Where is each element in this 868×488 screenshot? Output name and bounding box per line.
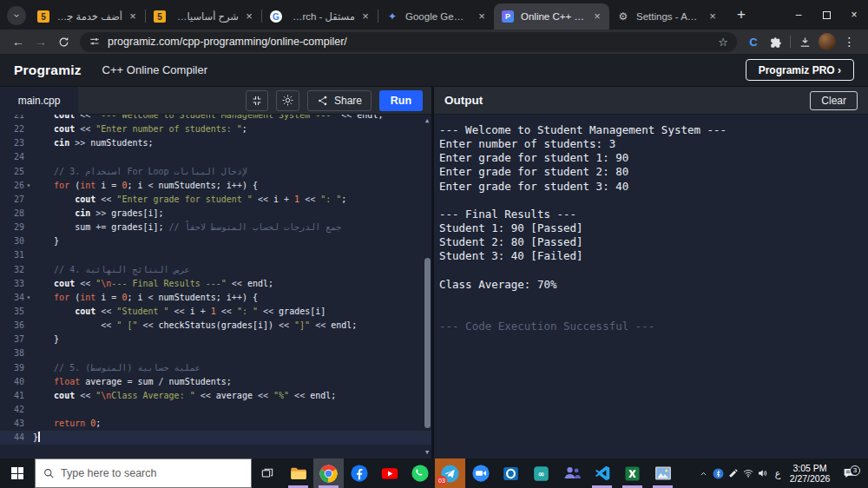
taskbar-app-zoom[interactable] (465, 458, 496, 488)
taskbar-app-teams[interactable] (556, 458, 587, 488)
khamsat-favicon-icon: 5 (153, 10, 167, 23)
code-line-35[interactable]: 35 cout << "Student " << i + 1 << ": " <… (0, 305, 431, 319)
clock[interactable]: 3:05 PM 2/27/2026 (786, 463, 834, 484)
omnibox[interactable]: programiz.com/cpp-programming/online-com… (80, 32, 737, 52)
code-line-42[interactable]: 42 (0, 403, 431, 417)
browser-tab-2[interactable]: 5شرح أساسيات البرمجة× (146, 3, 261, 30)
gutter-spacer (24, 333, 33, 346)
browser-tab-4[interactable]: ✦Google Gemini× (378, 3, 494, 30)
code-line-36[interactable]: 36 << " [" << checkStatus(grades[i]) << … (0, 319, 431, 333)
code-line-28[interactable]: 28 cin >> grades[i]; (0, 207, 431, 221)
fold-caret-icon[interactable]: ▾ (24, 179, 33, 193)
language-indicator[interactable]: ع (770, 468, 786, 479)
browser-tab-5[interactable]: POnline C++ Compiler× (494, 3, 609, 30)
taskbar-app-file-explorer[interactable] (283, 458, 313, 488)
back-button[interactable]: ← (7, 31, 30, 52)
code-line-34[interactable]: 34▾ for (int i = 0; i < numStudents; i++… (0, 291, 431, 305)
code-line-39[interactable]: 39 // 5. عملية حسابية (المتوسط) (0, 361, 431, 375)
action-center-button[interactable]: 3 (834, 466, 864, 480)
code-line-22[interactable]: 22 cout << "Enter number of students: "; (0, 122, 431, 136)
taskbar-app-youtube[interactable] (374, 458, 404, 488)
editor-scrollbar[interactable]: ▲ ▼ (423, 115, 431, 458)
programiz-pro-button[interactable]: Programiz PRO › (746, 59, 854, 81)
tab-close-icon[interactable]: × (358, 10, 372, 23)
fold-caret-icon[interactable]: ▾ (24, 291, 33, 305)
start-button[interactable] (0, 458, 35, 488)
scroll-up-icon[interactable]: ▲ (424, 117, 431, 124)
tab-close-icon[interactable]: × (126, 10, 140, 23)
forward-button[interactable]: → (30, 31, 52, 52)
taskbar-search[interactable] (35, 458, 252, 488)
code-line-44[interactable]: 44} (0, 431, 431, 445)
taskbar-app-telegram[interactable]: 03 (435, 458, 465, 488)
browser-tab-3[interactable]: Gمستقل - Google Search× (262, 3, 378, 30)
taskbar-app-chrome[interactable] (313, 458, 344, 488)
code-line-37[interactable]: 37 } (0, 333, 431, 346)
browser-tab-1[interactable]: 5أضف خدمة جديدة - خ× (30, 3, 145, 30)
pen-device-button[interactable] (726, 468, 740, 478)
scrollbar-thumb[interactable] (424, 258, 431, 428)
code-line-24[interactable]: 24 (0, 150, 431, 164)
tab-close-icon[interactable]: × (590, 10, 604, 23)
url-text[interactable]: programiz.com/cpp-programming/online-com… (108, 36, 716, 48)
tray-chevron-button[interactable] (696, 469, 711, 478)
clear-button[interactable]: Clear (810, 91, 858, 110)
fullscreen-button[interactable] (246, 90, 268, 111)
code-editor[interactable]: 21 cout << "--- Welcome to Student Manag… (0, 115, 431, 458)
bluetooth-button[interactable] (711, 468, 726, 479)
reload-button[interactable] (52, 31, 75, 52)
minimize-button[interactable]: – (785, 0, 812, 30)
file-tab-main-cpp[interactable]: main.cpp (0, 87, 78, 115)
share-button[interactable]: Share (307, 90, 372, 111)
tab-close-icon[interactable]: × (706, 10, 720, 23)
code-line-29[interactable]: 29 sum += grades[i]; // جمع الدرجات لحسا… (0, 221, 431, 234)
extensions-button[interactable] (765, 31, 787, 52)
tab-close-icon[interactable]: × (475, 10, 489, 23)
maximize-button[interactable] (812, 0, 840, 30)
taskbar-apps: 03∞ (283, 458, 678, 488)
c-extension-button[interactable]: C (742, 31, 765, 52)
taskbar-app-infinity-app[interactable]: ∞ (526, 458, 556, 488)
code-line-23[interactable]: 23 cin >> numStudents; (0, 136, 431, 150)
code-line-31[interactable]: 31 (0, 248, 431, 262)
code-text: << " [" << checkStatus(grades[i]) << "]"… (33, 319, 357, 333)
code-line-43[interactable]: 43 return 0; (0, 417, 431, 431)
code-line-38[interactable]: 38 (0, 346, 431, 360)
programiz-logo[interactable]: Programiz (14, 63, 82, 78)
bookmark-star-icon[interactable]: ☆ (716, 36, 730, 49)
code-text: } (33, 333, 59, 346)
profile-button[interactable] (816, 31, 838, 52)
taskbar-app-excel[interactable] (617, 458, 648, 488)
code-line-25[interactable]: 25 // 3. استخدام For Loop لإدخال البيانا… (0, 165, 431, 179)
code-line-21[interactable]: 21 cout << "--- Welcome to Student Manag… (0, 115, 431, 122)
code-line-40[interactable]: 40 float average = sum / numStudents; (0, 375, 431, 389)
code-line-26[interactable]: 26▾ for (int i = 0; i < numStudents; i++… (0, 179, 431, 193)
new-tab-button[interactable]: + (730, 3, 753, 26)
theme-toggle-button[interactable] (276, 90, 299, 111)
close-button[interactable]: × (840, 0, 868, 30)
taskbar-app-facebook[interactable] (344, 458, 374, 488)
run-button[interactable]: Run (379, 90, 423, 111)
code-line-33[interactable]: 33 cout << "\n--- Final Results ---" << … (0, 277, 431, 291)
browser-tab-6[interactable]: ⚙Settings - Appearance× (609, 3, 725, 30)
code-line-30[interactable]: 30 } (0, 234, 431, 248)
wifi-button[interactable] (740, 467, 755, 479)
code-line-32[interactable]: 32 // 4. عرض النتائج النهائية (0, 263, 431, 277)
line-number: 35 (0, 305, 24, 319)
scroll-down-icon[interactable]: ▼ (424, 449, 431, 456)
volume-button[interactable] (755, 467, 770, 479)
downloads-button[interactable] (793, 31, 816, 52)
code-line-41[interactable]: 41 cout << "\nClass Average: " << averag… (0, 389, 431, 403)
taskbar-app-whatsapp[interactable] (404, 458, 435, 488)
task-view-button[interactable] (252, 458, 283, 488)
code-line-27[interactable]: 27 cout << "Enter grade for student " <<… (0, 193, 431, 207)
browser-menu-button[interactable]: ⋮ (838, 31, 861, 52)
share-label: Share (334, 95, 362, 107)
share-icon (317, 95, 329, 107)
taskbar-app-vscode[interactable] (587, 458, 617, 488)
tab-search-button[interactable] (7, 6, 26, 25)
taskbar-app-photos[interactable] (648, 458, 678, 488)
tab-close-icon[interactable]: × (242, 10, 256, 23)
search-input[interactable] (61, 467, 208, 479)
taskbar-app-outlook[interactable] (496, 458, 526, 488)
